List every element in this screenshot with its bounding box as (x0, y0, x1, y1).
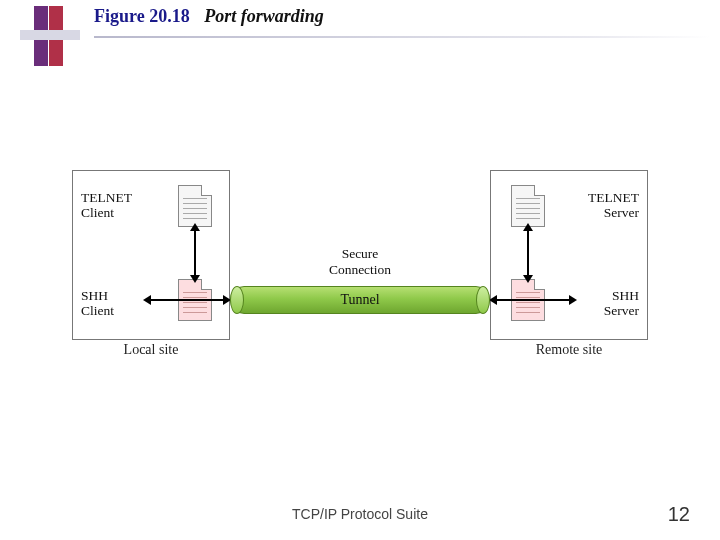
document-icon (511, 185, 545, 227)
tunnel-label: Tunnel (340, 292, 379, 308)
local-site-box: TELNET Client SHH Client (72, 170, 230, 340)
telnet-server-label: TELNET Server (579, 191, 639, 221)
document-icon (178, 185, 212, 227)
slide-header: Figure 20.18 Port forwarding (0, 0, 720, 60)
shh-client-label: SHH Client (81, 289, 141, 319)
page-number: 12 (668, 503, 690, 526)
figure-number: Figure 20.18 (94, 6, 190, 26)
svg-rect-2 (20, 30, 80, 40)
remote-site-caption: Remote site (490, 342, 648, 358)
tunnel-icon: Tunnel (230, 286, 490, 314)
port-forwarding-diagram: TELNET Client SHH Client Local site TELN… (0, 170, 720, 390)
vertical-double-arrow-icon (527, 229, 529, 277)
horizontal-double-arrow-icon (150, 299, 224, 301)
horizontal-double-arrow-icon (496, 299, 570, 301)
shh-server-label: SHH Server (579, 289, 639, 319)
secure-connection-label: Secure Connection (230, 246, 490, 277)
header-divider (94, 36, 710, 38)
figure-caption: Port forwarding (204, 6, 324, 26)
header-logo-icon (20, 6, 80, 66)
tunnel-group: Secure Connection Tunnel (230, 286, 490, 314)
telnet-client-label: TELNET Client (81, 191, 141, 221)
vertical-double-arrow-icon (194, 229, 196, 277)
slide-title: Figure 20.18 Port forwarding (94, 6, 324, 27)
footer-text: TCP/IP Protocol Suite (0, 506, 720, 522)
remote-site-box: TELNET Server SHH Server (490, 170, 648, 340)
local-site-caption: Local site (72, 342, 230, 358)
